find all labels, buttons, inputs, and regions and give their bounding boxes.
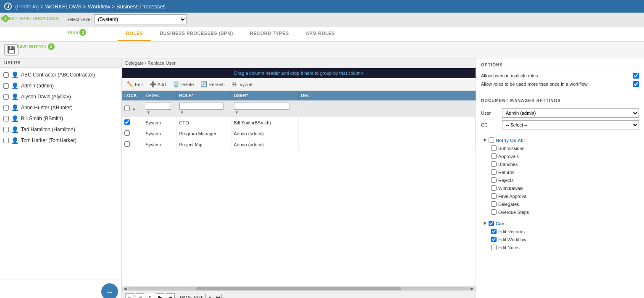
user-checkbox[interactable] [3,138,9,143]
row-checkbox[interactable] [124,141,130,147]
tab-roles[interactable]: ROLES [118,26,151,41]
filter-funnel-icon[interactable]: ▼ [235,110,239,115]
row-checkbox[interactable] [124,119,130,125]
edit-button[interactable]: ✏️ Edit [125,80,145,88]
first-page-button[interactable]: ⇤ [125,293,134,298]
list-item[interactable]: 👤 Anne Hunter (AHunter) [0,102,121,113]
select-all-checkbox[interactable] [124,105,130,111]
page-size-select[interactable]: 5 10 20 50 [205,294,222,298]
role-filter-input[interactable] [179,103,223,110]
scrollbar-track[interactable] [128,287,470,290]
options-title: OPTIONS [481,63,639,69]
notify-rejects-checkbox[interactable] [491,177,497,183]
scroll-left-arrow[interactable]: ◀ [123,286,128,291]
can-edit-workflow-checkbox[interactable] [491,237,497,242]
can-collapse-arrow-icon[interactable]: ▼ [483,221,487,226]
portfolio-link[interactable]: (Portfolio) [15,3,39,10]
filter-funnel-icon[interactable]: ▼ [147,110,151,115]
scrollbar-thumb[interactable] [196,287,401,290]
right-panel: OPTIONS SECTION 5 OPTIONS Allow users in… [476,58,644,298]
cell-del [298,128,476,139]
grid-panel: Delegate / Replace User Drag a column he… [122,58,476,298]
delete-button[interactable]: 🗑️ Delete [171,80,196,88]
user-checkbox[interactable] [3,72,9,78]
user-name: Alyson Davis (AlyDav) [21,94,71,100]
table-row[interactable]: System Program Manager Admin (admin) [122,128,476,139]
user-checkbox[interactable] [3,116,9,121]
move-right-button[interactable]: → [101,283,118,298]
notify-rejects-label: Rejects [498,178,514,183]
filter-funnel-icon[interactable]: ▼ [180,110,184,115]
tab-apm-rules[interactable]: APM RULES [297,26,343,41]
col-header-user: USER* [231,91,298,100]
add-button[interactable]: ➕ Add [148,80,168,88]
user-checkbox[interactable] [3,94,9,100]
doc-manager-title: DOCUMENT MANAGER SETTINGS [481,98,639,105]
notify-overdue-checkbox[interactable] [491,209,497,215]
can-edit-workflow-label: Edit Workflow [498,237,526,242]
list-item[interactable]: 👤 ABC Contractor (ABCContractor) [0,69,121,80]
layouts-icon: ⊞ [231,81,236,87]
cell-role: Project Mgr [176,139,231,150]
user-checkbox[interactable] [3,83,9,89]
select-level-dropdown[interactable]: (System) Level 1 Level 2 [94,14,187,24]
tab-bpm[interactable]: BUSINESS PROCESSES (BPM) [151,26,242,41]
notify-withdrawals-label: Withdrawals [498,186,523,191]
dm-cc-row: CC -- Select -- [481,120,639,129]
save-button[interactable]: 💾 [4,44,18,55]
can-edit-notes-item: Edit Notes [481,243,639,251]
refresh-button[interactable]: 🔄 Refresh [199,80,226,88]
notify-approvals-item: Approvals [481,152,639,160]
collapse-arrow-icon[interactable]: ▼ [483,138,487,142]
horizontal-scrollbar[interactable]: ◀ ▶ [122,286,476,291]
tab-record-types[interactable]: RECORD TYPES [242,26,297,41]
notify-returns-label: Returns [498,170,515,175]
scroll-right-arrow[interactable]: ▶ [470,286,475,291]
user-checkbox[interactable] [3,127,9,132]
notify-final-approval-checkbox[interactable] [491,193,497,199]
dm-user-row: User Admin (admin) [481,108,639,118]
layouts-button[interactable]: ⊞ Layouts [230,80,255,88]
can-all-checkbox[interactable] [489,221,494,226]
cell-level: System [143,128,176,139]
user-name: Bill Smith (BSmith) [21,116,63,121]
notify-final-approval-item: Final Approval [481,192,639,200]
list-item[interactable]: 👤 Bill Smith (BSmith) [0,113,121,124]
last-page-button[interactable]: ⇥ [166,293,175,298]
user-filter-input[interactable] [234,103,289,110]
prev-page-button[interactable]: ◀ [136,293,144,298]
next-page-button[interactable]: ▶ [156,293,164,298]
delegate-replace-user-link[interactable]: Delegate / Replace User [125,61,176,66]
info-icon: ℹ [4,3,12,10]
dm-cc-select[interactable]: -- Select -- [502,120,639,129]
row-checkbox[interactable] [124,130,130,136]
table-row[interactable]: System Project Mgr Admin (admin) [122,139,476,150]
filter-funnel-icon[interactable]: ▼ [132,107,136,112]
allow-multiple-roles-checkbox[interactable] [633,73,639,79]
cell-user: Admin (admin) [231,128,298,139]
notify-delegates-item: Delegates [481,200,639,208]
notify-all-checkbox[interactable] [489,137,494,143]
list-item[interactable]: 👤 Alyson Davis (AlyDav) [0,91,121,102]
notify-approvals-checkbox[interactable] [491,153,497,159]
list-item[interactable]: 👤 Admin (admin) [0,80,121,91]
notify-delegates-checkbox[interactable] [491,201,497,207]
list-item[interactable]: 👤 Tom Harker (TomHarker) [0,135,121,146]
list-item[interactable]: 👤 Tad Hamilton (Hamilton) [0,124,121,135]
table-row[interactable]: System CFO Bill Smith(BSmith) [122,117,476,128]
allow-roles-once-checkbox[interactable] [633,81,639,87]
can-edit-notes-checkbox[interactable] [491,245,497,250]
grid-toolbar: ✏️ Edit ➕ Add 🗑️ Delete 🔄 Refresh ⊞ Layo… [122,78,476,91]
notify-branches-label: Branches [498,162,518,167]
user-checkbox[interactable] [3,105,9,111]
level-filter-input[interactable] [146,103,171,110]
notify-withdrawals-checkbox[interactable] [491,185,497,191]
grid-scroll-area[interactable]: LOCK LEVEL ROLE* USER* DEL ▼ [122,91,476,286]
notify-branches-checkbox[interactable] [491,161,497,167]
annotation-2: TABS 2 [67,29,86,36]
notify-submissions-checkbox[interactable] [491,145,497,151]
dm-user-select[interactable]: Admin (admin) [502,108,639,118]
notify-returns-checkbox[interactable] [491,169,497,175]
can-edit-records-checkbox[interactable] [491,229,497,234]
can-section: ▼ Can: Edit Records Edit Workflow Edit N… [476,219,644,255]
